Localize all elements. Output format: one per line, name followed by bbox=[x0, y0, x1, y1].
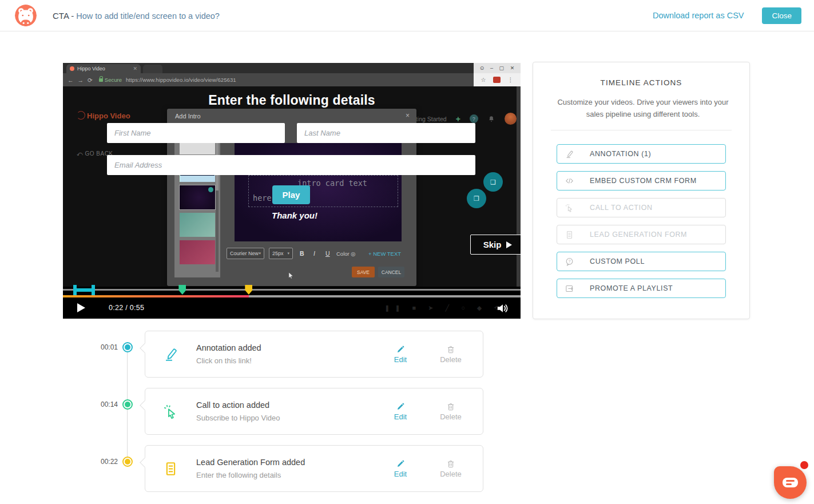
event-row-annotation: 00:01 Annotation added Click on this lin… bbox=[96, 331, 484, 378]
trash-icon bbox=[446, 402, 455, 411]
mouse-cursor-icon bbox=[288, 271, 294, 279]
back-icon: ← bbox=[67, 77, 74, 84]
extension-icon bbox=[493, 77, 501, 83]
chat-widget-button[interactable] bbox=[774, 466, 807, 499]
recorded-browser-tab: Hippo Video ✕ bbox=[66, 64, 141, 73]
cancel-button: CANCEL bbox=[378, 267, 404, 277]
tab-title: Hippo Video bbox=[77, 66, 130, 72]
edit-pencil-icon bbox=[396, 345, 405, 354]
event-title: Annotation added bbox=[196, 343, 261, 352]
thumbnail-scrollbar bbox=[216, 130, 219, 272]
edit-button[interactable]: Edit bbox=[388, 345, 413, 364]
add-icon: + bbox=[456, 114, 460, 124]
skip-play-icon bbox=[506, 241, 512, 248]
event-time: 00:22 bbox=[96, 458, 118, 466]
event-time: 00:01 bbox=[96, 343, 118, 351]
event-marker-yellow[interactable] bbox=[245, 285, 252, 295]
last-name-field[interactable] bbox=[297, 123, 475, 143]
annotation-pencil-icon bbox=[162, 346, 179, 363]
event-row-lead-generation: 00:22 Lead Generation Form added Enter t… bbox=[96, 445, 484, 492]
annotation-pencil-icon bbox=[565, 149, 574, 159]
app-header: CTA -How to add title/end screen to a vi… bbox=[0, 0, 814, 31]
recorded-page-scrollbar bbox=[517, 86, 521, 287]
timeline-action-buttons: ANNOTATION (1) EMBED CUSTOM CRM FORM CAL… bbox=[557, 144, 726, 298]
event-dot bbox=[122, 399, 133, 410]
play-button[interactable]: Play bbox=[272, 185, 310, 204]
color-picker-button: Color ◎ bbox=[336, 251, 356, 257]
event-time: 00:14 bbox=[96, 400, 118, 408]
event-dot bbox=[122, 342, 133, 352]
close-button[interactable]: Close bbox=[762, 7, 801, 24]
reload-icon: ⟳ bbox=[88, 77, 93, 84]
event-card: Annotation added Click on this link! Edi… bbox=[145, 331, 483, 378]
delete-button[interactable]: Delete bbox=[438, 345, 463, 364]
event-title: Call to action added bbox=[196, 400, 280, 410]
delete-button[interactable]: Delete bbox=[438, 402, 463, 421]
svg-text:?: ? bbox=[569, 259, 571, 264]
question-bubble-icon: ? bbox=[565, 257, 574, 267]
intro-thumbnail-selected bbox=[180, 185, 215, 209]
skip-button[interactable]: Skip bbox=[470, 235, 521, 255]
event-title: Lead Generation Form added bbox=[196, 458, 305, 467]
code-icon bbox=[565, 176, 574, 186]
thank-you-text: Thank you! bbox=[272, 211, 317, 220]
promote-playlist-button[interactable]: PROMOTE A PLAYLIST bbox=[557, 279, 726, 298]
first-name-field[interactable] bbox=[107, 123, 285, 143]
new-text-button: + NEW TEXT bbox=[368, 251, 401, 257]
browser-toolbar-right: ☆ ⋮ bbox=[474, 73, 521, 86]
email-field[interactable] bbox=[107, 155, 475, 175]
lead-generation-form-button[interactable]: LEAD GENERATION FORM bbox=[557, 225, 726, 244]
help-icon: ? bbox=[470, 114, 478, 123]
font-family-dropdown: Courier New▾ bbox=[227, 248, 264, 259]
video-player[interactable]: Hippo Video ✕ ⊙ – ▢ ✕ ← → ⟳ Secure https… bbox=[63, 63, 521, 319]
event-card: Call to action added Subscribe to Hippo … bbox=[145, 388, 483, 435]
annotation-button[interactable]: ANNOTATION (1) bbox=[557, 144, 726, 164]
intro-thumbnail-list bbox=[174, 124, 220, 277]
range-marker[interactable] bbox=[73, 285, 95, 295]
volume-icon[interactable] bbox=[495, 301, 510, 316]
timeline-actions-panel: TIMELINE ACTIONS Customize your videos. … bbox=[533, 62, 750, 319]
edit-button[interactable]: Edit bbox=[388, 459, 413, 478]
chat-notification-dot bbox=[800, 461, 808, 469]
event-marker-green[interactable] bbox=[178, 285, 186, 295]
camera-bubble-icon: ❑ bbox=[483, 172, 503, 192]
custom-poll-button[interactable]: ? CUSTOM POLL bbox=[557, 252, 726, 271]
trash-icon bbox=[446, 459, 455, 469]
timeline-marker-row[interactable] bbox=[63, 285, 521, 295]
menu-dots-icon: ⋮ bbox=[507, 77, 513, 83]
edit-button[interactable]: Edit bbox=[388, 402, 413, 421]
forward-icon: → bbox=[78, 77, 84, 84]
new-tab-stub bbox=[143, 65, 162, 73]
time-display: 0:22 / 0:55 bbox=[109, 304, 144, 312]
tab-close-icon: ✕ bbox=[133, 66, 137, 72]
embed-crm-form-button[interactable]: EMBED CUSTOM CRM FORM bbox=[557, 171, 726, 191]
underline-button: U bbox=[325, 250, 330, 257]
document-icon bbox=[565, 230, 574, 240]
page: CTA -How to add title/end screen to a vi… bbox=[0, 0, 814, 504]
bell-icon bbox=[487, 115, 495, 123]
marker-track-line bbox=[63, 289, 521, 291]
tab-favicon bbox=[70, 66, 74, 71]
minimize-icon: – bbox=[490, 65, 493, 71]
recorded-toolbar-icons: ❚❚ ■ ➤ ╱ ○ ◆ ⟲ bbox=[384, 304, 505, 312]
edit-pencil-icon bbox=[396, 402, 405, 411]
bold-button: B bbox=[300, 250, 304, 257]
player-play-icon[interactable] bbox=[77, 303, 85, 312]
copy-bubble-icon: ❒ bbox=[467, 189, 486, 208]
video-title: How to add title/end screen to a video? bbox=[76, 11, 220, 21]
cursor-click-icon bbox=[162, 403, 179, 420]
event-row-call-to-action: 00:14 Call to action added Subscribe to … bbox=[96, 388, 484, 435]
panel-description: Customize your videos. Drive your viewer… bbox=[557, 97, 729, 120]
font-size-dropdown: 25px▾ bbox=[269, 248, 293, 259]
playlist-arrow-icon bbox=[565, 284, 574, 293]
event-dot bbox=[122, 457, 133, 467]
delete-button[interactable]: Delete bbox=[438, 459, 463, 478]
download-csv-link[interactable]: Download report as CSV bbox=[653, 11, 744, 20]
page-title: CTA -How to add title/end screen to a vi… bbox=[53, 11, 220, 21]
call-to-action-button[interactable]: CALL TO ACTION bbox=[557, 198, 726, 217]
bookmark-star-icon: ☆ bbox=[481, 77, 486, 83]
profile-icon: ⊙ bbox=[480, 65, 485, 71]
event-card: Lead Generation Form added Enter the fol… bbox=[145, 445, 483, 492]
italic-button: I bbox=[313, 250, 315, 257]
event-subtitle: Click on this link! bbox=[196, 356, 261, 365]
